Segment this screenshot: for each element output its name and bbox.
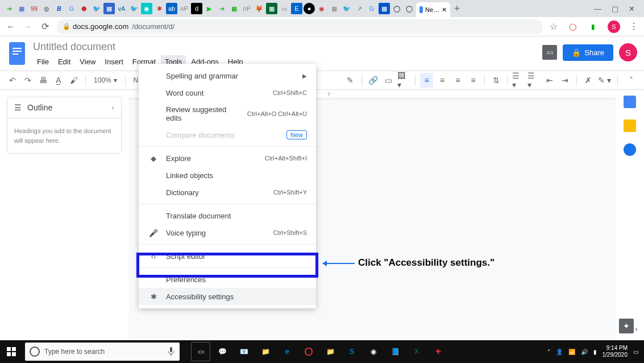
tab-favicon[interactable]: ◯ — [404, 3, 415, 14]
tab-favicon[interactable]: 🐦 — [128, 3, 140, 14]
tab-favicon[interactable]: ▭ — [279, 3, 290, 14]
document-title[interactable]: Untitled document — [33, 41, 537, 53]
tab-favicon[interactable]: ⬣ — [78, 3, 90, 14]
forward-button[interactable]: → — [23, 22, 33, 32]
menu-voice-typing[interactable]: 🎤 Voice typing Ctrl+Shift+S — [139, 224, 316, 241]
extension-icon[interactable]: ▮ — [587, 21, 599, 32]
tab-favicon[interactable]: ▶ — [203, 3, 215, 14]
tab-favicon[interactable]: ▦ — [266, 3, 277, 14]
tab-favicon[interactable]: ▦ — [329, 3, 340, 14]
line-spacing-button[interactable]: ⇅ — [489, 73, 502, 88]
menu-edit[interactable]: Edit — [54, 55, 74, 68]
paint-format-button[interactable]: 🖌 — [68, 73, 81, 88]
comments-button[interactable]: ▭ — [542, 45, 557, 60]
highlight-button[interactable]: ✎ — [344, 73, 357, 88]
tab-favicon[interactable]: G — [366, 3, 377, 14]
tab-favicon[interactable]: d — [191, 3, 202, 14]
show-side-panel-button[interactable]: › — [635, 324, 643, 333]
menu-linked-objects[interactable]: Linked objects — [139, 167, 316, 184]
menu-dictionary[interactable]: Dictionary Ctrl+Shift+Y — [139, 184, 316, 201]
insert-image-button[interactable]: 🖼 ▾ — [397, 73, 410, 88]
active-tab[interactable]: Ne… ✕ — [416, 2, 450, 17]
tab-favicon[interactable]: ● — [304, 3, 315, 14]
chrome-menu-button[interactable]: ⋮ — [629, 21, 638, 32]
tab-favicon[interactable]: ➔ — [216, 3, 227, 14]
close-tab-icon[interactable]: ✕ — [442, 6, 447, 14]
calendar-addon-icon[interactable] — [624, 96, 636, 108]
taskbar-app-icon[interactable]: ✚ — [429, 342, 448, 361]
insert-link-button[interactable]: 🔗 — [367, 73, 380, 88]
menu-script-editor[interactable]: ‹› Script editor — [139, 248, 316, 265]
tab-favicon[interactable]: G — [66, 3, 77, 14]
tray-battery-icon[interactable]: ▮ — [593, 349, 597, 355]
taskbar-app-icon[interactable]: 📁 — [321, 342, 340, 361]
tab-favicon[interactable]: ◉ — [141, 3, 152, 14]
opera-icon[interactable]: O — [299, 342, 318, 361]
back-button[interactable]: ← — [6, 22, 16, 32]
docs-logo-icon[interactable] — [7, 41, 27, 67]
tab-favicon[interactable]: ◯ — [391, 3, 402, 14]
zoom-select[interactable]: 100% ▾ — [90, 76, 121, 84]
explore-fab-button[interactable]: ✦ — [619, 319, 634, 333]
tab-favicon[interactable]: ◉ — [316, 3, 327, 14]
menu-view[interactable]: View — [76, 55, 99, 68]
bookmark-star-icon[interactable]: ☆ — [550, 21, 558, 32]
extension-icon[interactable]: ◯ — [567, 21, 578, 32]
tray-network-icon[interactable]: 📶 — [568, 349, 575, 355]
increase-indent-button[interactable]: ⇥ — [559, 73, 572, 88]
tab-favicon[interactable]: vA — [116, 3, 127, 14]
tab-favicon[interactable]: ▦ — [103, 3, 115, 14]
bulleted-list-button[interactable]: ☰ ▾ — [527, 73, 541, 88]
menu-preferences[interactable]: Preferences — [139, 271, 316, 288]
taskbar-app-icon[interactable]: 📁 — [256, 342, 275, 361]
tab-favicon[interactable]: E — [291, 3, 302, 14]
tab-favicon[interactable]: nP — [241, 3, 252, 14]
taskbar-app-icon[interactable]: 💬 — [213, 342, 232, 361]
keep-addon-icon[interactable] — [624, 119, 636, 132]
tab-favicon[interactable]: ab — [166, 3, 177, 14]
tab-favicon[interactable]: ✱ — [153, 3, 165, 14]
url-field[interactable]: 🔒 docs.google.com/document/d/ — [57, 19, 543, 34]
editing-mode-button[interactable]: ✎ ▾ — [597, 73, 612, 88]
print-button[interactable]: 🖶 — [36, 73, 49, 88]
insert-comment-button[interactable]: ▭ — [382, 73, 395, 88]
close-window-button[interactable]: ✕ — [629, 5, 635, 13]
tab-favicon[interactable]: ➔ — [3, 3, 15, 14]
tab-favicon[interactable]: ▦ — [228, 3, 240, 14]
chrome-icon[interactable]: ◉ — [364, 342, 383, 361]
hide-menus-button[interactable]: ˄ — [624, 73, 638, 88]
align-center-button[interactable]: ≡ — [435, 73, 448, 88]
tab-favicon[interactable]: B — [53, 3, 65, 14]
tab-favicon[interactable]: 🐦 — [91, 3, 102, 14]
profile-avatar[interactable]: S — [608, 20, 620, 33]
menu-translate-document[interactable]: Translate document — [139, 207, 316, 224]
account-avatar[interactable]: S — [619, 43, 637, 61]
menu-word-count[interactable]: Word count Ctrl+Shift+C — [139, 84, 316, 101]
tasks-addon-icon[interactable] — [624, 143, 636, 156]
mic-icon[interactable] — [167, 346, 175, 357]
align-left-button[interactable]: ≡ — [420, 73, 433, 88]
align-right-button[interactable]: ≡ — [451, 73, 464, 88]
tab-favicon[interactable]: 🦊 — [254, 3, 265, 14]
taskbar-app-icon[interactable]: 📧 — [234, 342, 254, 361]
skype-icon[interactable]: S — [342, 342, 362, 361]
tray-clock[interactable]: 9:14 PM 1/29/2020 — [603, 345, 628, 358]
undo-button[interactable]: ↶ — [6, 73, 19, 88]
tab-favicon[interactable]: 99 — [28, 3, 40, 14]
tab-favicon[interactable]: ◍ — [41, 3, 52, 14]
menu-insert[interactable]: Insert — [101, 55, 127, 68]
tab-favicon[interactable]: 🐦 — [341, 3, 352, 14]
menu-accessibility-settings[interactable]: ✱ Accessibility settings — [139, 288, 316, 305]
menu-explore[interactable]: ◆ Explore Ctrl+Alt+Shift+I — [139, 150, 316, 167]
new-tab-button[interactable]: + — [451, 3, 463, 14]
tab-favicon[interactable]: ▦ — [379, 3, 390, 14]
decrease-indent-button[interactable]: ⇤ — [543, 73, 556, 88]
spellcheck-button[interactable]: A̲ — [52, 73, 65, 88]
tray-volume-icon[interactable]: 🔊 — [581, 349, 588, 355]
taskbar-search[interactable]: Type here to search — [25, 343, 180, 361]
taskbar-app-icon[interactable]: 📘 — [385, 342, 405, 361]
excel-icon[interactable]: X — [407, 342, 426, 361]
tray-up-icon[interactable]: ˄ — [547, 349, 550, 355]
task-view-button[interactable]: ▭ — [191, 342, 210, 361]
tray-notifications-icon[interactable]: ▭ — [633, 349, 638, 355]
